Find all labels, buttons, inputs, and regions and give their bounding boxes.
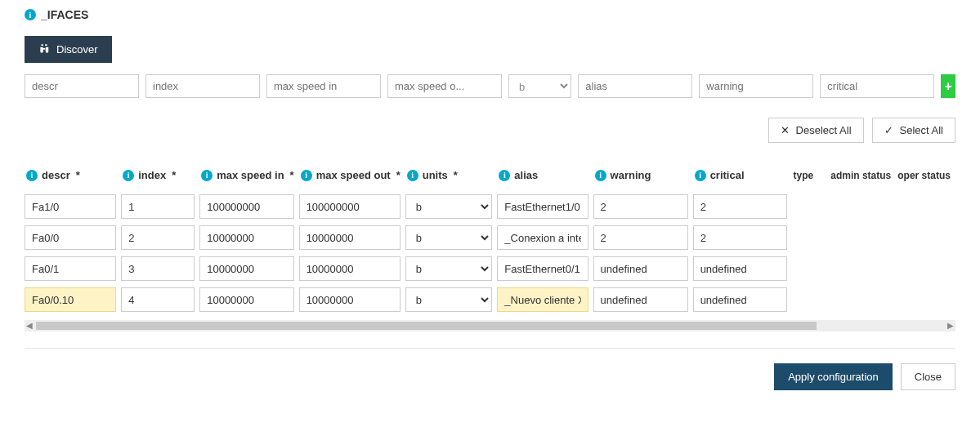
row-warning-input[interactable] — [593, 256, 688, 281]
required-star: * — [290, 169, 294, 181]
col-header-units[interactable]: iunits* — [405, 162, 498, 191]
info-icon: i — [695, 170, 706, 181]
info-icon: i — [201, 170, 213, 181]
info-icon: i — [301, 170, 312, 181]
col-header-index[interactable]: iindex* — [121, 162, 199, 191]
row-critical-input[interactable] — [693, 225, 787, 250]
row-warning-input[interactable] — [593, 194, 688, 219]
close-button-label: Close — [915, 371, 942, 383]
page-title-text: _IFACES — [41, 8, 88, 21]
col-header-critical[interactable]: icritical — [693, 162, 792, 191]
row-alias-input[interactable] — [497, 225, 588, 250]
col-header-alias[interactable]: ialias — [497, 162, 593, 191]
row-units-select[interactable]: b — [405, 256, 493, 281]
row-max-speed-out-input[interactable] — [299, 256, 401, 281]
page-title: i _IFACES — [25, 8, 955, 21]
required-star: * — [396, 169, 401, 181]
close-button[interactable]: Close — [901, 363, 955, 390]
filter-warning-input[interactable] — [699, 74, 813, 98]
row-max-speed-out-input[interactable] — [299, 225, 401, 250]
horizontal-scrollbar[interactable] — [25, 320, 955, 331]
row-index-input[interactable] — [121, 194, 195, 219]
row-alias-input[interactable] — [497, 256, 588, 281]
filter-max-speed-in-input[interactable] — [266, 74, 381, 98]
interfaces-table-container: idescr* iindex* imax speed in* imax spee… — [25, 162, 955, 315]
row-max-speed-in-input[interactable] — [199, 225, 293, 250]
row-alias-input[interactable] — [497, 287, 588, 312]
info-icon: i — [595, 170, 606, 181]
row-index-input[interactable] — [121, 225, 195, 250]
check-icon — [884, 124, 893, 136]
filter-descr-input[interactable] — [25, 74, 139, 98]
info-icon: i — [123, 170, 134, 181]
row-units-select[interactable]: b — [405, 225, 493, 250]
row-alias-input[interactable] — [497, 194, 588, 219]
required-star: * — [454, 169, 458, 181]
col-header-warning[interactable]: iwarning — [593, 162, 693, 191]
row-units-select[interactable]: b — [405, 287, 493, 312]
row-max-speed-out-input[interactable] — [299, 194, 401, 219]
close-icon: ✕ — [781, 124, 790, 136]
binoculars-icon — [38, 43, 50, 56]
required-star: * — [172, 169, 176, 181]
filter-index-input[interactable] — [145, 74, 260, 98]
add-filter-button[interactable]: + — [941, 74, 955, 98]
row-max-speed-in-input[interactable] — [199, 256, 293, 281]
select-all-button[interactable]: Select All — [872, 118, 955, 143]
row-critical-input[interactable] — [693, 287, 787, 312]
deselect-all-button[interactable]: ✕ Deselect All — [768, 118, 864, 143]
divider — [25, 348, 955, 349]
row-descr-input[interactable] — [25, 194, 116, 219]
col-header-max-speed-in[interactable]: imax speed in* — [199, 162, 298, 191]
table-row: b — [25, 191, 955, 222]
col-header-type[interactable]: type — [792, 162, 830, 191]
row-warning-input[interactable] — [593, 225, 688, 250]
scrollbar-thumb[interactable] — [36, 322, 817, 330]
filter-row: b + — [25, 74, 955, 98]
row-critical-input[interactable] — [693, 194, 787, 219]
select-all-label: Select All — [900, 124, 943, 136]
info-icon: i — [25, 9, 36, 20]
col-header-descr[interactable]: idescr* — [25, 162, 121, 191]
required-star: * — [76, 169, 80, 181]
row-critical-input[interactable] — [693, 256, 787, 281]
row-descr-input[interactable] — [25, 287, 116, 312]
discover-button-label: Discover — [56, 43, 98, 56]
info-icon: i — [499, 170, 510, 181]
discover-button[interactable]: Discover — [25, 36, 112, 63]
row-max-speed-in-input[interactable] — [199, 194, 293, 219]
info-icon: i — [26, 170, 38, 181]
row-max-speed-out-input[interactable] — [299, 287, 401, 312]
filter-units-select[interactable]: b — [508, 74, 571, 98]
plus-icon: + — [944, 79, 951, 94]
row-warning-input[interactable] — [593, 287, 688, 312]
col-header-oper-status[interactable]: oper status — [896, 162, 955, 191]
deselect-all-label: Deselect All — [796, 124, 852, 136]
info-icon: i — [407, 170, 418, 181]
table-row: b — [25, 284, 955, 315]
apply-configuration-button[interactable]: Apply configuration — [774, 363, 893, 390]
row-index-input[interactable] — [121, 287, 195, 312]
interfaces-table: idescr* iindex* imax speed in* imax spee… — [25, 162, 955, 315]
col-header-admin-status[interactable]: admin status — [829, 162, 896, 191]
row-descr-input[interactable] — [25, 225, 116, 250]
row-max-speed-in-input[interactable] — [199, 287, 293, 312]
row-units-select[interactable]: b — [405, 194, 493, 219]
row-index-input[interactable] — [121, 256, 195, 281]
filter-alias-input[interactable] — [578, 74, 692, 98]
table-row: b — [25, 253, 955, 284]
filter-critical-input[interactable] — [820, 74, 934, 98]
table-row: b — [25, 222, 955, 253]
filter-max-speed-out-input[interactable] — [387, 74, 502, 98]
col-header-max-speed-out[interactable]: imax speed out* — [299, 162, 405, 191]
apply-button-label: Apply configuration — [788, 371, 879, 383]
row-descr-input[interactable] — [25, 256, 116, 281]
